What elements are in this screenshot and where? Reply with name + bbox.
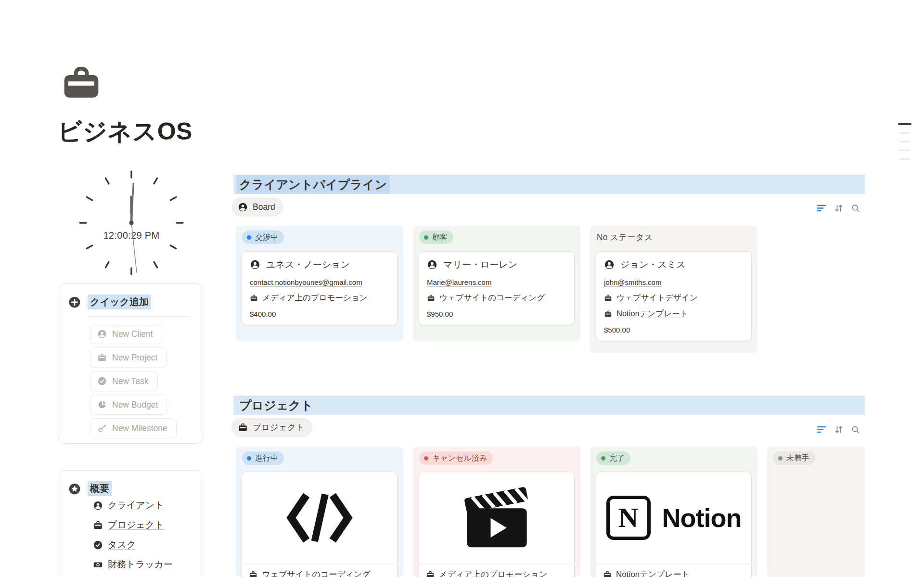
banknote-icon	[93, 560, 103, 570]
overview-link[interactable]: 財務トラッカー	[93, 557, 173, 572]
project-card[interactable]: ウェブサイトのコーディング	[242, 472, 398, 577]
clock-widget: 12:00:29 PM	[76, 167, 187, 278]
status-pill[interactable]: キャンセル済み	[419, 451, 493, 465]
card-cover: NNotion	[596, 472, 751, 564]
new-budget-button[interactable]: New Budget	[90, 395, 167, 415]
status-pill[interactable]: 未着手	[773, 451, 815, 465]
new-client-button[interactable]: New Client	[90, 324, 162, 344]
client-name: ユネス・ノーション	[266, 258, 350, 271]
briefcase-icon	[93, 520, 103, 530]
board-column: 完了NNotionNotionテンプレート	[590, 447, 757, 577]
status-dot-icon	[601, 456, 605, 461]
client-card[interactable]: マリー・ローレンMarie@laurens.comウェブサイトのコーディング$9…	[419, 251, 575, 325]
card-cover	[419, 472, 574, 564]
page: ビジネスOS 12:00:29 PM	[0, 0, 924, 577]
person-icon	[427, 259, 437, 270]
briefcase-icon	[604, 294, 612, 302]
overview-link[interactable]: タスク	[93, 538, 173, 552]
quick-add-card: クイック追加 New ClientNew ProjectNew TaskNew …	[59, 283, 203, 444]
client-name: ジョン・スミス	[620, 258, 686, 271]
status-pill[interactable]: 完了	[596, 451, 630, 465]
board-column: 顧客マリー・ローレンMarie@laurens.comウェブサイトのコーディング…	[413, 226, 580, 341]
person-icon	[250, 259, 260, 270]
new-task-button[interactable]: New Task	[90, 371, 158, 391]
overview-card: 概要 クライアントプロジェクトタスク財務トラッカー	[59, 470, 203, 577]
new-project-button[interactable]: New Project	[90, 347, 167, 368]
briefcase-icon	[426, 570, 435, 577]
status-header[interactable]: No ステータス	[597, 231, 653, 243]
view-tab-board[interactable]: Board	[231, 197, 283, 217]
project-link[interactable]: Notionテンプレート	[616, 308, 688, 319]
toc-line	[899, 150, 910, 151]
filter-icon[interactable]	[817, 425, 826, 434]
section-title: クライアントパイプライン	[236, 175, 390, 194]
client-card[interactable]: ジョン・スミスjohn@smiths.comウェブサイトデザインNotionテン…	[596, 251, 752, 341]
board-toolbar	[817, 204, 860, 212]
project-card[interactable]: メディア上のプロモーション	[419, 472, 575, 577]
clapper-cover-icon	[462, 486, 532, 550]
key-icon	[97, 423, 107, 433]
clock-face-icon	[76, 167, 187, 278]
section-heading-clients: クライアントパイプライン	[233, 175, 865, 194]
person-icon	[604, 259, 615, 270]
check-icon	[93, 540, 103, 550]
card-cover	[242, 472, 397, 564]
sort-icon[interactable]	[834, 425, 844, 434]
status-pill[interactable]: 進行中	[242, 451, 284, 465]
status-pill[interactable]: 交渉中	[242, 231, 284, 244]
new-milestone-button[interactable]: New Milestone	[90, 418, 177, 438]
briefcase-icon	[238, 423, 248, 433]
project-link[interactable]: ウェブサイトのコーディング	[439, 293, 545, 303]
project-card[interactable]: NNotionNotionテンプレート	[596, 472, 752, 577]
plus-icon	[68, 296, 81, 308]
status-dot-icon	[778, 456, 783, 461]
overview-link[interactable]: プロジェクト	[93, 518, 173, 532]
sort-icon[interactable]	[834, 204, 844, 212]
project-link[interactable]: Notionテンプレート	[616, 569, 690, 577]
client-email[interactable]: john@smiths.com	[604, 278, 744, 286]
status-dot-icon	[247, 456, 251, 461]
board-column: 進行中ウェブサイトのコーディング	[236, 447, 403, 577]
filter-icon[interactable]	[817, 204, 826, 212]
overview-title: 概要	[88, 481, 112, 496]
toc-indicator[interactable]	[898, 123, 911, 160]
project-link[interactable]: メディア上のプロモーション	[439, 569, 547, 577]
toc-line	[898, 123, 911, 125]
status-dot-icon	[424, 456, 428, 461]
client-email[interactable]: Marie@laurens.com	[427, 278, 566, 286]
board-column: 未着手	[767, 447, 865, 577]
notion-logo: NNotion	[606, 496, 742, 540]
status-pill[interactable]: 顧客	[419, 231, 453, 244]
amount: $950.00	[427, 310, 566, 318]
quick-add-title: クイック追加	[88, 295, 151, 309]
clients-board: 交渉中ユネス・ノーションcontact.notionbyounes@gmail.…	[236, 226, 865, 353]
amount: $500.00	[604, 326, 744, 334]
client-name: マリー・ローレン	[443, 258, 517, 271]
overview-link[interactable]: クライアント	[93, 498, 173, 513]
project-link[interactable]: ウェブサイトデザイン	[616, 293, 698, 303]
quick-add-buttons: New ClientNew ProjectNew TaskNew BudgetN…	[90, 324, 177, 438]
search-icon[interactable]	[851, 204, 860, 212]
project-link[interactable]: メディア上のプロモーション	[262, 293, 368, 303]
view-tab-projects[interactable]: プロジェクト	[231, 418, 312, 437]
briefcase-icon	[604, 310, 612, 318]
status-dot-icon	[424, 235, 428, 240]
briefcase-icon	[603, 570, 612, 577]
search-icon[interactable]	[851, 425, 860, 434]
briefcase-icon	[427, 294, 435, 302]
code-cover-icon	[283, 491, 356, 544]
person-icon	[238, 202, 248, 212]
client-card[interactable]: ユネス・ノーションcontact.notionbyounes@gmail.com…	[242, 251, 398, 325]
board-column: No ステータスジョン・スミスjohn@smiths.comウェブサイトデザイン…	[590, 226, 757, 353]
board-column: 交渉中ユネス・ノーションcontact.notionbyounes@gmail.…	[236, 226, 403, 341]
toc-line	[899, 141, 910, 142]
section-title: プロジェクト	[236, 396, 316, 415]
check-icon	[97, 376, 107, 386]
status-dot-icon	[247, 235, 251, 240]
overview-header: 概要	[68, 481, 112, 496]
person-icon	[97, 329, 107, 339]
project-link[interactable]: ウェブサイトのコーディング	[262, 569, 371, 577]
board-column: キャンセル済みメディア上のプロモーション	[413, 447, 580, 577]
toc-line	[899, 132, 910, 134]
client-email[interactable]: contact.notionbyounes@gmail.com	[250, 278, 389, 286]
